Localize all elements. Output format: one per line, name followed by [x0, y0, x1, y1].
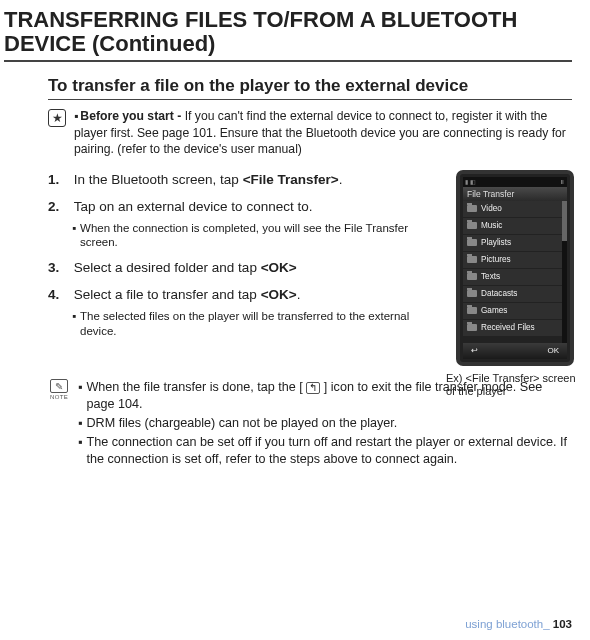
- device-item-received: Received Files: [463, 320, 567, 337]
- page-footer: using bluetooth_ 103: [465, 618, 572, 630]
- device-item-music: Music: [463, 218, 567, 235]
- device-item-datacasts: Datacasts: [463, 286, 567, 303]
- page-heading: TRANSFERRING FILES TO/FROM A BLUETOOTH D…: [4, 8, 572, 62]
- back-arrow-icon: ↰: [306, 382, 320, 394]
- device-item-video: Video: [463, 201, 567, 218]
- step-4: Select a file to transfer and tap <OK>.: [74, 287, 424, 304]
- before-start-text: ▪Before you start - If you can't find th…: [74, 108, 572, 157]
- device-title: File Transfer: [463, 187, 567, 201]
- device-item-playlists: Playlists: [463, 235, 567, 252]
- device-back-icon: ↩: [471, 346, 478, 355]
- device-item-texts: Texts: [463, 269, 567, 286]
- star-icon: ★: [48, 109, 66, 127]
- device-ok-label: OK: [547, 346, 559, 355]
- step-3: Select a desired folder and tap <OK>: [74, 260, 424, 277]
- note-icon: ✎ NOTE: [48, 379, 70, 400]
- device-caption: Ex) <File Transfer> screen of the player: [446, 372, 576, 398]
- device-item-games: Games: [463, 303, 567, 320]
- step-list: 1. In the Bluetooth screen, tap <File Tr…: [48, 172, 428, 339]
- device-mockup: ▮ ◧⏸ File Transfer Video Music Playlists…: [456, 170, 574, 366]
- step-1: In the Bluetooth screen, tap <File Trans…: [74, 172, 424, 189]
- device-item-pictures: Pictures: [463, 252, 567, 269]
- device-scrollbar: [562, 201, 567, 343]
- step-2: Tap on an external device to connect to.: [74, 199, 424, 216]
- section-heading: To transfer a file on the player to the …: [48, 76, 572, 100]
